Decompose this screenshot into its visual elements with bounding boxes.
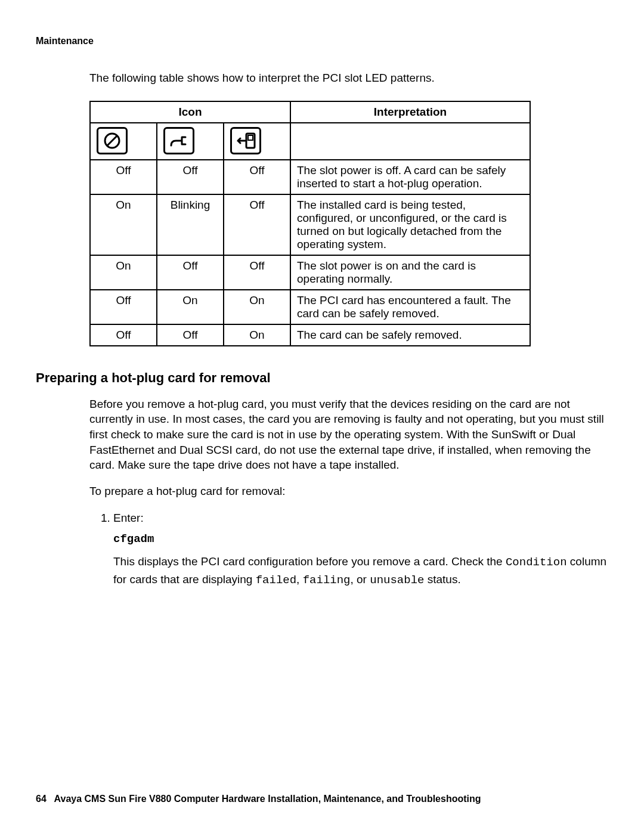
svg-rect-3 [248,135,253,140]
plug-icon [163,127,194,154]
icon-row-interp-empty [290,123,530,160]
cell: Off [224,160,290,194]
cell: Off [90,324,157,346]
page-number: 64 [36,794,47,804]
section-para-1: Before you remove a hot-plug card, you m… [89,397,608,473]
icon-cell-3 [224,123,290,160]
table-row: Off Off On The card can be safely remove… [90,324,530,346]
svg-line-1 [107,135,117,146]
cell: On [224,324,290,346]
cell: Off [224,255,290,290]
cell: Off [90,290,157,324]
power-off-icon [97,127,128,154]
cell: On [157,290,224,324]
cell-interp: The slot power is off. A card can be saf… [290,160,530,194]
footer-title: Avaya CMS Sun Fire V880 Computer Hardwar… [54,794,481,804]
sep2: , or [351,573,370,586]
code-condition: Condition [506,556,567,569]
code-unusable: unusable [370,574,424,587]
code-failed: failed [256,574,296,587]
cell-interp: The slot power is on and the card is ope… [290,255,530,290]
led-patterns-table: Icon Interpretation [89,101,531,346]
table-row: Off On On The PCI card has encountered a… [90,290,530,324]
step-1-command: cfgadm [113,531,608,548]
section-heading: Preparing a hot-plug card for removal [36,370,608,386]
icon-cell-1 [90,123,157,160]
page-footer: 64 Avaya CMS Sun Fire V880 Computer Hard… [36,794,481,804]
removal-ok-icon [230,127,261,154]
table-row: On Off Off The slot power is on and the … [90,255,530,290]
step-1: Enter: cfgadm This displays the PCI card… [113,510,608,589]
step-1-text-c: status. [424,573,460,586]
cell: Off [157,255,224,290]
sep1: , [296,573,303,586]
table-header-icon: Icon [90,101,290,123]
cell-interp: The installed card is being tested, conf… [290,194,530,255]
cell: Blinking [157,194,224,255]
intro-paragraph: The following table shows how to interpr… [89,70,608,86]
table-row: Off Off Off The slot power is off. A car… [90,160,530,194]
cell-interp: The PCI card has encountered a fault. Th… [290,290,530,324]
step-1-label: Enter: [113,512,144,524]
code-failing: failing [303,574,351,587]
running-head: Maintenance [36,36,608,47]
cell: Off [224,194,290,255]
cell: Off [90,160,157,194]
cell: On [90,194,157,255]
cell-interp: The card can be safely removed. [290,324,530,346]
cell: Off [157,324,224,346]
table-header-interpretation: Interpretation [290,101,530,123]
steps-list: Enter: cfgadm This displays the PCI card… [98,510,608,589]
cell: On [90,255,157,290]
icon-cell-2 [157,123,224,160]
cell: Off [157,160,224,194]
cell: On [224,290,290,324]
table-row: On Blinking Off The installed card is be… [90,194,530,255]
step-1-text-a: This displays the PCI card configuration… [113,555,506,568]
section-para-2: To prepare a hot-plug card for removal: [89,484,608,499]
